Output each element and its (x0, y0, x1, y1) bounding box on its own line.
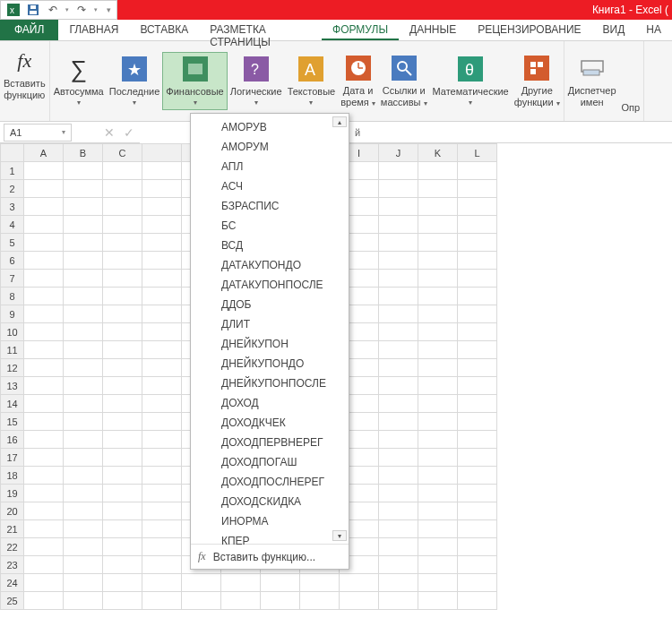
menu-item[interactable]: АМОРУВ (191, 117, 349, 137)
cell[interactable] (458, 180, 497, 198)
cell[interactable] (221, 592, 261, 610)
cell[interactable] (24, 252, 64, 270)
cell[interactable] (418, 395, 458, 413)
cell[interactable] (458, 323, 497, 341)
cell[interactable] (142, 413, 182, 431)
cell[interactable] (379, 359, 418, 377)
cell[interactable] (418, 467, 458, 485)
row-header[interactable]: 20 (1, 502, 24, 520)
tab-view[interactable]: ВИД (592, 20, 636, 40)
row-header[interactable]: 16 (1, 431, 24, 449)
cell[interactable] (103, 538, 142, 556)
cell[interactable] (64, 556, 103, 574)
cell[interactable] (379, 395, 418, 413)
cell[interactable] (458, 198, 497, 216)
cell[interactable] (142, 592, 182, 610)
cell[interactable] (24, 359, 64, 377)
cell[interactable] (103, 485, 142, 502)
cell[interactable] (64, 359, 103, 377)
cell[interactable] (418, 556, 458, 574)
cell[interactable] (24, 341, 64, 359)
cell[interactable] (379, 216, 418, 234)
row-header[interactable]: 17 (1, 449, 24, 467)
menu-item[interactable]: БС (191, 216, 349, 236)
cell[interactable] (418, 377, 458, 395)
cell[interactable] (340, 592, 379, 610)
menu-item[interactable]: КПЕР (191, 531, 349, 551)
menu-item[interactable]: ДОХОДСКИДКА (191, 492, 349, 511)
cell[interactable] (103, 520, 142, 538)
cell[interactable] (458, 413, 497, 431)
cell[interactable] (142, 574, 182, 592)
menu-item[interactable]: АПЛ (191, 157, 349, 176)
select-all-corner[interactable] (1, 144, 24, 162)
menu-item[interactable]: ДЛИТ (191, 314, 349, 334)
cell[interactable] (458, 574, 497, 592)
cell[interactable] (142, 431, 182, 449)
cell[interactable] (458, 592, 497, 610)
row-header[interactable]: 24 (1, 574, 24, 592)
cell[interactable] (379, 449, 418, 467)
row-header[interactable]: 13 (1, 377, 24, 395)
cell[interactable] (261, 592, 300, 610)
row-header[interactable]: 1 (1, 162, 24, 180)
cell[interactable] (418, 216, 458, 234)
cell[interactable] (379, 323, 418, 341)
cell[interactable] (142, 395, 182, 413)
cell[interactable] (142, 538, 182, 556)
save-icon[interactable] (26, 3, 40, 17)
cell[interactable] (458, 502, 497, 520)
cell[interactable] (458, 162, 497, 180)
row-header[interactable]: 21 (1, 520, 24, 538)
cell[interactable] (340, 574, 379, 592)
cell[interactable] (379, 556, 418, 574)
cell[interactable] (142, 198, 182, 216)
cell[interactable] (24, 538, 64, 556)
column-header[interactable]: B (64, 144, 103, 162)
cell[interactable] (142, 252, 182, 270)
tab-home[interactable]: ГЛАВНАЯ (58, 20, 129, 40)
cell[interactable] (24, 449, 64, 467)
logical-button[interactable]: ? Логические ▾ (228, 53, 285, 109)
cell[interactable] (103, 359, 142, 377)
cell[interactable] (142, 377, 182, 395)
cell[interactable] (64, 467, 103, 485)
cell[interactable] (418, 323, 458, 341)
cell[interactable] (142, 270, 182, 288)
cell[interactable] (24, 288, 64, 305)
cell[interactable] (64, 180, 103, 198)
menu-item[interactable]: ДОХОДПЕРВНЕРЕГ (191, 433, 349, 452)
more-functions-button[interactable]: Другие функции ▾ (512, 52, 563, 110)
cell[interactable] (418, 198, 458, 216)
cell[interactable] (64, 377, 103, 395)
cell[interactable] (142, 216, 182, 234)
menu-item[interactable]: ДНЕЙКУПОНДО (191, 354, 349, 373)
cell[interactable] (24, 556, 64, 574)
row-header[interactable]: 4 (1, 216, 24, 234)
cell[interactable] (142, 162, 182, 180)
cell[interactable] (379, 341, 418, 359)
cell[interactable] (64, 449, 103, 467)
row-header[interactable]: 23 (1, 556, 24, 574)
cell[interactable] (379, 288, 418, 305)
tab-insert[interactable]: ВСТАВКА (129, 20, 199, 40)
cell[interactable] (64, 216, 103, 234)
cell[interactable] (418, 538, 458, 556)
cell[interactable] (458, 341, 497, 359)
cell[interactable] (418, 520, 458, 538)
cell[interactable] (418, 449, 458, 467)
cell[interactable] (64, 413, 103, 431)
cell[interactable] (142, 323, 182, 341)
recent-button[interactable]: ★ Последние ▾ (107, 53, 163, 109)
cell[interactable] (24, 413, 64, 431)
cell[interactable] (418, 341, 458, 359)
cell[interactable] (103, 288, 142, 305)
cell[interactable] (221, 574, 261, 592)
cell[interactable] (64, 538, 103, 556)
cell[interactable] (64, 288, 103, 305)
menu-item[interactable]: ДАТАКУПОНПОСЛЕ (191, 275, 349, 295)
cell[interactable] (418, 162, 458, 180)
cell[interactable] (24, 395, 64, 413)
cell[interactable] (379, 305, 418, 323)
row-header[interactable]: 25 (1, 592, 24, 610)
